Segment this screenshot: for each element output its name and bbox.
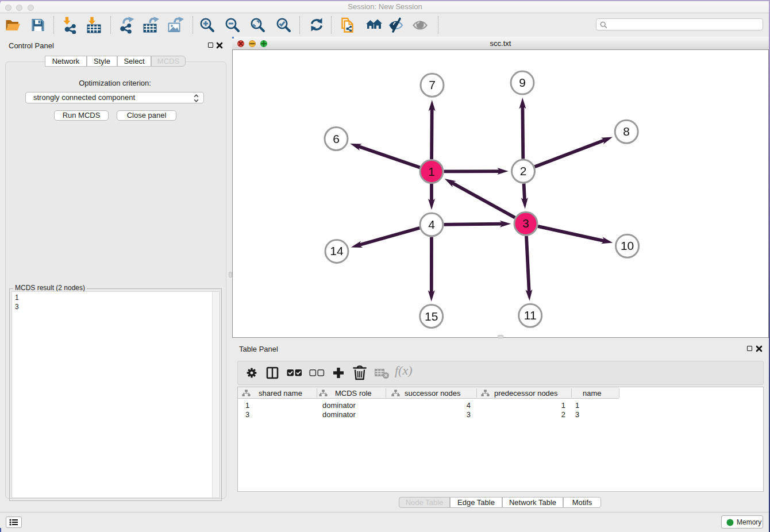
svg-text:10: 10 xyxy=(621,239,634,252)
svg-text:9: 9 xyxy=(519,76,526,89)
svg-text:7: 7 xyxy=(429,78,436,91)
svg-text:6: 6 xyxy=(333,132,340,145)
svg-text:1: 1 xyxy=(428,165,435,178)
svg-text:8: 8 xyxy=(623,125,630,138)
svg-text:4: 4 xyxy=(428,218,435,231)
svg-text:15: 15 xyxy=(425,310,438,323)
svg-text:11: 11 xyxy=(524,309,537,322)
svg-text:14: 14 xyxy=(330,244,344,257)
svg-text:3: 3 xyxy=(522,217,529,230)
svg-text:2: 2 xyxy=(520,164,527,178)
